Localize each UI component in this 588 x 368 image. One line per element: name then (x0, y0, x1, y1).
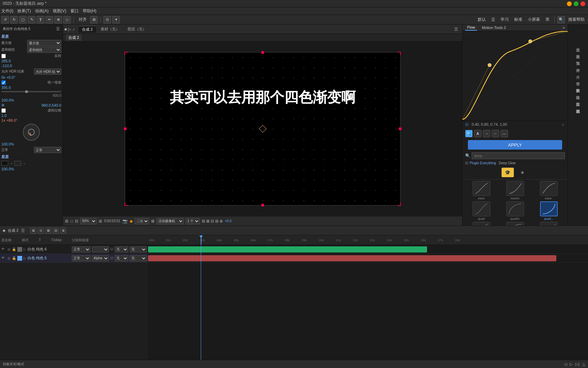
swatch-dark[interactable] (14, 161, 21, 166)
tl-ctrl-1[interactable]: ⊞ (30, 228, 36, 234)
tl-ctrl-2[interactable]: ⊙ (38, 228, 44, 234)
solo-icon-1[interactable]: ◎ (7, 247, 11, 251)
handle-left[interactable] (124, 127, 127, 130)
soft-dropdown[interactable]: 柔和线性 (27, 47, 61, 53)
comp-icon[interactable]: ■ (64, 27, 67, 32)
preview-icon[interactable]: ▷ (68, 27, 71, 32)
eye-icon-2[interactable]: 👁 (1, 256, 6, 261)
vtab-comp2[interactable]: 合成 2 (79, 26, 96, 33)
preview-play-icon[interactable]: ⊞ (65, 219, 68, 224)
motion-tools-tab[interactable]: Motion Tools 2 (480, 25, 508, 30)
view-icon-2[interactable]: ⊠ (206, 219, 210, 224)
menu-view[interactable]: 视图(V) (53, 8, 66, 14)
track-btn[interactable]: ⊙ (103, 16, 111, 24)
none-select-1[interactable]: 无 (115, 246, 128, 252)
menu-help[interactable]: 帮助(H) (83, 8, 97, 14)
handle-top[interactable] (261, 51, 264, 54)
quality-select[interactable]: 二分 完整 三分 (135, 218, 149, 224)
vtab-layer[interactable]: 图层（无） (124, 26, 150, 32)
redo-btn[interactable]: ↻ (10, 16, 18, 24)
align-btn[interactable]: ⊞ (90, 16, 98, 24)
shape-tool[interactable]: ◇ (63, 16, 71, 24)
magnify-btn[interactable]: 🔍 (465, 130, 473, 137)
star-fav-icon[interactable]: ☆ (561, 122, 565, 127)
menu-effect[interactable]: 效果(T) (17, 8, 31, 14)
view-icon-3[interactable]: ⊟ (211, 219, 214, 224)
menu-file[interactable]: 文件(I) (1, 8, 13, 14)
undo-btn[interactable]: ↺ (1, 16, 9, 24)
close-btn[interactable] (581, 1, 585, 6)
expand-icon-2[interactable]: ▷ (23, 256, 26, 260)
virtual-shift-checkbox[interactable] (1, 108, 6, 113)
parent-select-1[interactable]: 无 (130, 246, 147, 252)
quality-icon[interactable]: ⊠ (151, 219, 154, 224)
color-pick-icon[interactable]: ◆ (130, 219, 133, 224)
search-input[interactable] (472, 152, 565, 159)
uniform-checkbox[interactable] (1, 80, 6, 85)
easein-thumb[interactable] (506, 181, 524, 196)
quad-thumb[interactable] (473, 201, 490, 216)
apply-button[interactable]: APPLY (468, 140, 562, 150)
puppet-btn[interactable]: ✦ (112, 16, 120, 24)
arrow-left-btn[interactable]: ← (492, 130, 499, 137)
zoom-select[interactable]: 50% 100% 25% (80, 218, 97, 224)
color-swatch-2[interactable] (17, 256, 22, 261)
switch-select-1[interactable] (92, 246, 109, 252)
camera-select[interactable]: 活动摄像机 (157, 218, 184, 224)
hdr-dropdown[interactable]: 允许 HDR 结果 (34, 68, 61, 75)
expand-icon-1[interactable]: ▷ (23, 247, 26, 251)
pos-icon[interactable]: ⊕ (1, 103, 4, 107)
maximize-btn[interactable] (574, 1, 578, 6)
vis-icon-a[interactable]: ☑ (110, 247, 113, 251)
graduation-tab[interactable]: 🎓 (502, 168, 514, 177)
tl-next-frame[interactable]: ▷| (575, 362, 579, 367)
safe-icon[interactable]: □ (70, 219, 73, 224)
swatch-black[interactable] (1, 161, 8, 166)
none-select-2[interactable]: 无 (115, 255, 128, 261)
grid-icon[interactable]: ⊟ (75, 219, 78, 224)
view-icon-1[interactable]: ⊞ (202, 219, 205, 224)
invert-checkbox[interactable] (1, 54, 6, 58)
vis-icon-b[interactable]: ☑ (110, 256, 113, 260)
comp-tab-active[interactable]: 合成 2 (66, 34, 82, 41)
easeout-thumb[interactable] (540, 181, 558, 196)
menu-window[interactable]: 窗口 (70, 8, 79, 14)
solo-icon-2[interactable]: ◎ (7, 256, 11, 260)
checkbox-icon[interactable]: ☑ (465, 122, 469, 126)
ease-thumb[interactable] (473, 181, 490, 196)
timeline-menu-icon[interactable]: ☰ (21, 228, 25, 233)
flow-tab[interactable]: Flow (465, 25, 477, 31)
switch-select-2[interactable]: Alpha (92, 255, 109, 261)
color-swatch-1[interactable] (17, 247, 22, 252)
mode-select-2[interactable]: 正常 (72, 255, 91, 261)
tl-expand-icon[interactable]: △ (582, 362, 585, 367)
view-icon-4[interactable]: ⊞ (215, 219, 218, 224)
select-tool[interactable]: ▢ (19, 16, 27, 24)
plugin-checkbox[interactable]: ☑ (465, 161, 468, 165)
menu-icon[interactable]: ☰ (491, 17, 495, 22)
expand-icon[interactable]: » (562, 25, 565, 30)
handle-bottom[interactable] (261, 204, 264, 206)
size-slider[interactable] (1, 91, 61, 92)
parent-select-2[interactable]: 无 (130, 255, 147, 261)
panel-menu-btn[interactable]: ☰ (452, 27, 461, 32)
audio-icon[interactable]: ♪ (72, 27, 75, 32)
clone-tool[interactable]: ⊕ (54, 16, 62, 24)
eye-icon-1[interactable]: 👁 (1, 247, 6, 252)
menu-animation[interactable]: 动画(A) (35, 8, 49, 14)
star-tab[interactable]: ★ (517, 168, 529, 177)
tl-ctrl-4[interactable]: ⊟ (53, 228, 59, 234)
tl-ctrl-3[interactable]: ⊠ (45, 228, 51, 234)
text-tool[interactable]: T (37, 16, 44, 24)
minimize-btn[interactable] (567, 1, 572, 6)
mode-dropdown[interactable]: 正常 (34, 147, 61, 153)
camera-icon[interactable]: 📷 (122, 219, 128, 224)
lock-icon-2[interactable]: 🔓 (12, 256, 16, 260)
handle-right[interactable] (399, 127, 402, 130)
quadin-thumb[interactable] (506, 201, 524, 216)
vtab-material[interactable]: 素材（无） (97, 26, 123, 32)
max-dropdown[interactable]: 最大值 (27, 40, 61, 46)
panel-menu-icon[interactable]: ☰ (56, 27, 60, 31)
pen-tool[interactable]: ✎ (28, 16, 35, 24)
tl-ctrl-5[interactable]: ⊕ (60, 228, 66, 234)
